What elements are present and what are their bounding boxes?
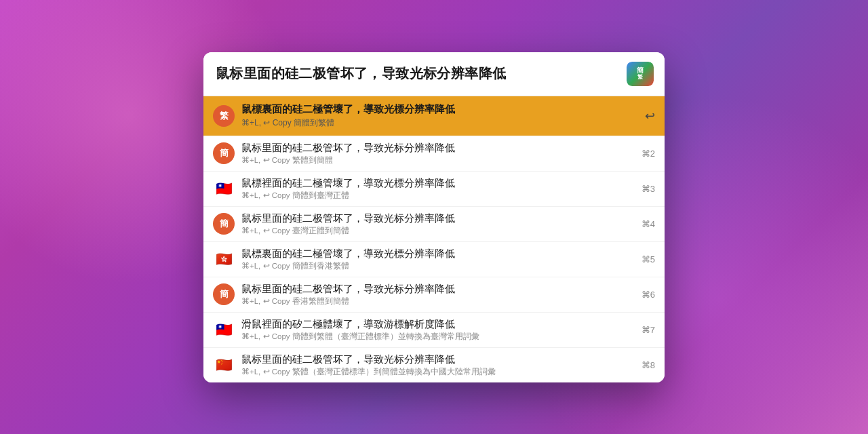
main-text-4: 鼠标里面的硅二极管坏了，导致光标分辨率降低 xyxy=(241,212,635,225)
shortcut-6: ⌘6 xyxy=(642,290,655,300)
shortcut-4: ⌘4 xyxy=(642,219,655,229)
list-item-8[interactable]: 🇨🇳 鼠标里面的硅二极管坏了，导致光标分辨率降低 ⌘+L, ↩ Copy 繁體（… xyxy=(203,347,665,382)
content-7: 滑鼠裡面的矽二極體壞了，導致游標解析度降低 ⌘+L, ↩ Copy 簡體到繁體（… xyxy=(241,318,635,342)
translate-icon-button[interactable]: 簡 繁 xyxy=(627,62,654,86)
shortcut-7: ⌘7 xyxy=(642,325,655,335)
badge-6: 簡 xyxy=(213,283,235,305)
content-4: 鼠标里面的硅二极管坏了，导致光标分辨率降低 ⌘+L, ↩ Copy 臺灣正體到簡… xyxy=(241,212,635,236)
content-6: 鼠标里面的硅二极管坏了，导致光标分辨率降低 ⌘+L, ↩ Copy 香港繁體到簡… xyxy=(241,283,635,307)
main-text-selected: 鼠標裏面的硅二極管壞了，導致光標分辨率降低 xyxy=(241,103,638,116)
list-item-5[interactable]: 🇭🇰 鼠標裏面的硅二極管壞了，導致光標分辨率降低 ⌘+L, ↩ Copy 簡體到… xyxy=(203,241,665,277)
main-text-3: 鼠標裡面的硅二極管壞了，導致光標分辨率降低 xyxy=(241,177,635,190)
main-text-8: 鼠标里面的硅二极管坏了，导致光标分辨率降低 xyxy=(241,353,635,366)
main-text-2: 鼠标里面的硅二极管坏了，导致光标分辨率降低 xyxy=(241,142,635,155)
sub-text-6: ⌘+L, ↩ Copy 香港繁體到簡體 xyxy=(241,296,635,307)
badge-5: 🇭🇰 xyxy=(213,248,235,270)
sub-text-selected: ⌘+L, ↩ Copy 簡體到繁體 xyxy=(241,117,638,129)
enter-icon: ↩ xyxy=(645,108,655,123)
sub-text-3: ⌘+L, ↩ Copy 簡體到臺灣正體 xyxy=(241,191,635,201)
badge-3: 🇹🇼 xyxy=(213,178,235,199)
list-item-3[interactable]: 🇹🇼 鼠標裡面的硅二極管壞了，導致光標分辨率降低 ⌘+L, ↩ Copy 簡體到… xyxy=(203,171,665,206)
shortcut-5: ⌘5 xyxy=(642,254,655,264)
sub-text-8: ⌘+L, ↩ Copy 繁體（臺灣正體標準）到簡體並轉換為中國大陸常用詞彙 xyxy=(241,367,635,377)
list-item-2[interactable]: 簡 鼠标里面的硅二极管坏了，导致光标分辨率降低 ⌘+L, ↩ Copy 繁體到簡… xyxy=(203,136,665,171)
sub-text-5: ⌘+L, ↩ Copy 簡體到香港繁體 xyxy=(241,261,635,271)
row-selected[interactable]: 繁 鼠標裏面的硅二極管壞了，導致光標分辨率降低 ⌘+L, ↩ Copy 簡體到繁… xyxy=(203,96,665,136)
header-title: 鼠标里面的硅二极管坏了，导致光标分辨率降低 xyxy=(216,64,506,83)
translate-icon-label: 簡 繁 xyxy=(637,67,644,80)
main-text-6: 鼠标里面的硅二极管坏了，导致光标分辨率降低 xyxy=(241,283,635,296)
sub-text-2: ⌘+L, ↩ Copy 繁體到簡體 xyxy=(241,155,635,165)
content-8: 鼠标里面的硅二极管坏了，导致光标分辨率降低 ⌘+L, ↩ Copy 繁體（臺灣正… xyxy=(241,353,635,377)
content-2: 鼠标里面的硅二极管坏了，导致光标分辨率降低 ⌘+L, ↩ Copy 繁體到簡體 xyxy=(241,142,635,165)
content-5: 鼠標裏面的硅二極管壞了，導致光標分辨率降低 ⌘+L, ↩ Copy 簡體到香港繁… xyxy=(241,248,635,271)
list-item-4[interactable]: 簡 鼠标里面的硅二极管坏了，导致光标分辨率降低 ⌘+L, ↩ Copy 臺灣正體… xyxy=(203,206,665,241)
badge-2: 簡 xyxy=(213,142,235,164)
list-item-6[interactable]: 簡 鼠标里面的硅二极管坏了，导致光标分辨率降低 ⌘+L, ↩ Copy 香港繁體… xyxy=(203,277,665,312)
main-text-7: 滑鼠裡面的矽二極體壞了，導致游標解析度降低 xyxy=(241,318,635,331)
shortcut-3: ⌘3 xyxy=(642,184,655,194)
header: 鼠标里面的硅二极管坏了，导致光标分辨率降低 簡 繁 xyxy=(203,52,665,96)
sub-text-4: ⌘+L, ↩ Copy 臺灣正體到簡體 xyxy=(241,226,635,236)
badge-selected: 繁 xyxy=(213,105,235,127)
badge-8: 🇨🇳 xyxy=(213,354,235,376)
content-selected: 鼠標裏面的硅二極管壞了，導致光標分辨率降低 ⌘+L, ↩ Copy 簡體到繁體 xyxy=(241,103,638,129)
shortcut-8: ⌘8 xyxy=(642,360,655,370)
shortcut-2: ⌘2 xyxy=(642,149,655,159)
list-item-7[interactable]: 🇹🇼 滑鼠裡面的矽二極體壞了，導致游標解析度降低 ⌘+L, ↩ Copy 簡體到… xyxy=(203,312,665,347)
content-3: 鼠標裡面的硅二極管壞了，導致光標分辨率降低 ⌘+L, ↩ Copy 簡體到臺灣正… xyxy=(241,177,635,201)
badge-4: 簡 xyxy=(213,213,235,235)
sub-text-7: ⌘+L, ↩ Copy 簡體到繁體（臺灣正體標準）並轉換為臺灣常用詞彙 xyxy=(241,332,635,342)
main-text-5: 鼠標裏面的硅二極管壞了，導致光標分辨率降低 xyxy=(241,248,635,260)
main-panel: 鼠标里面的硅二极管坏了，导致光标分辨率降低 簡 繁 繁 鼠標裏面的硅二極管壞了，… xyxy=(203,52,665,382)
badge-7: 🇹🇼 xyxy=(213,319,235,340)
